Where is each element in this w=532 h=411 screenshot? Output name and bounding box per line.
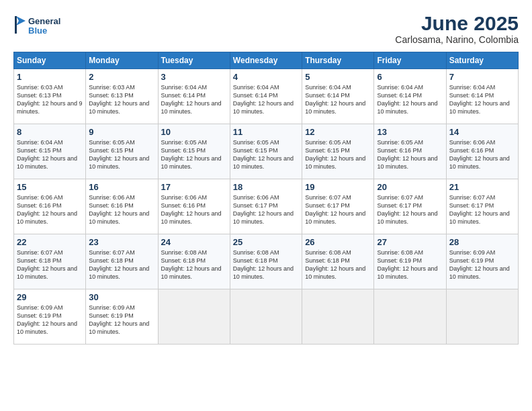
cell-content: Sunrise: 6:05 AMSunset: 6:15 PMDaylight:… xyxy=(89,138,154,171)
day-number: 25 xyxy=(233,237,299,247)
cell-content: Sunrise: 6:04 AMSunset: 6:14 PMDaylight:… xyxy=(449,83,515,116)
day-number: 1 xyxy=(17,72,83,82)
day-18: 18 Sunrise: 6:06 AMSunset: 6:17 PMDaylig… xyxy=(230,179,302,234)
col-monday: Monday xyxy=(86,52,158,69)
cell-content: Sunrise: 6:04 AMSunset: 6:14 PMDaylight:… xyxy=(233,83,299,116)
header: General Blue June 2025 Carlosama, Narino… xyxy=(13,12,519,45)
svg-text:General: General xyxy=(28,16,60,26)
col-wednesday: Wednesday xyxy=(230,52,302,69)
logo: General Blue xyxy=(13,12,74,42)
day-number: 27 xyxy=(377,237,443,247)
day-number: 19 xyxy=(305,182,371,192)
day-number: 3 xyxy=(161,72,227,82)
cell-content: Sunrise: 6:05 AMSunset: 6:16 PMDaylight:… xyxy=(377,138,443,171)
calendar-header-row: Sunday Monday Tuesday Wednesday Thursday… xyxy=(14,52,519,69)
sunset: Sunset: 6:13 PM xyxy=(17,92,62,99)
week-row-5: 29 Sunrise: 6:09 AMSunset: 6:19 PMDaylig… xyxy=(14,289,519,345)
cell-content: Sunrise: 6:07 AMSunset: 6:17 PMDaylight:… xyxy=(305,193,371,226)
day-number: 17 xyxy=(161,182,227,192)
day-13: 13 Sunrise: 6:05 AMSunset: 6:16 PMDaylig… xyxy=(374,124,446,179)
col-friday: Friday xyxy=(374,52,446,69)
empty-cell xyxy=(158,289,230,345)
cell-content: Sunrise: 6:08 AMSunset: 6:19 PMDaylight:… xyxy=(377,248,443,281)
cell-content: Sunrise: 6:07 AMSunset: 6:17 PMDaylight:… xyxy=(377,193,443,226)
cell-content: Sunrise: 6:06 AMSunset: 6:16 PMDaylight:… xyxy=(17,193,83,226)
day-number: 2 xyxy=(89,72,154,82)
day-28: 28 Sunrise: 6:09 AMSunset: 6:19 PMDaylig… xyxy=(446,234,518,289)
cell-content: Sunrise: 6:04 AMSunset: 6:15 PMDaylight:… xyxy=(17,138,83,171)
calendar-body: 1 Sunrise: 6:03 AM Sunset: 6:13 PM Dayli… xyxy=(14,69,519,345)
week-row-3: 15 Sunrise: 6:06 AMSunset: 6:16 PMDaylig… xyxy=(14,179,519,234)
svg-marker-2 xyxy=(16,16,26,26)
day-number: 29 xyxy=(17,292,83,302)
day-16: 16 Sunrise: 6:06 AMSunset: 6:16 PMDaylig… xyxy=(86,179,158,234)
day-number: 23 xyxy=(89,237,154,247)
week-row-4: 22 Sunrise: 6:07 AMSunset: 6:18 PMDaylig… xyxy=(14,234,519,289)
calendar-table: Sunday Monday Tuesday Wednesday Thursday… xyxy=(13,52,519,345)
cell-content: Sunrise: 6:06 AMSunset: 6:16 PMDaylight:… xyxy=(161,193,227,226)
day-1: 1 Sunrise: 6:03 AM Sunset: 6:13 PM Dayli… xyxy=(14,69,86,124)
col-saturday: Saturday xyxy=(446,52,518,69)
day-5: 5 Sunrise: 6:04 AMSunset: 6:14 PMDayligh… xyxy=(302,69,374,124)
day-8: 8 Sunrise: 6:04 AMSunset: 6:15 PMDayligh… xyxy=(14,124,86,179)
day-3: 3 Sunrise: 6:04 AMSunset: 6:14 PMDayligh… xyxy=(158,69,230,124)
cell-content: Sunrise: 6:08 AMSunset: 6:18 PMDaylight:… xyxy=(305,248,371,281)
cell-content: Sunrise: 6:08 AMSunset: 6:18 PMDaylight:… xyxy=(233,248,299,281)
day-number: 15 xyxy=(17,182,83,192)
location: Carlosama, Narino, Colombia xyxy=(395,34,519,45)
cell-content: Sunrise: 6:09 AMSunset: 6:19 PMDaylight:… xyxy=(449,248,515,281)
calendar-page: General Blue June 2025 Carlosama, Narino… xyxy=(0,0,532,411)
week-row-2: 8 Sunrise: 6:04 AMSunset: 6:15 PMDayligh… xyxy=(14,124,519,179)
day-number: 22 xyxy=(17,237,83,247)
day-number: 13 xyxy=(377,127,443,137)
day-number: 20 xyxy=(377,182,443,192)
cell-content: Sunrise: 6:05 AMSunset: 6:15 PMDaylight:… xyxy=(305,138,371,171)
day-29: 29 Sunrise: 6:09 AMSunset: 6:19 PMDaylig… xyxy=(14,289,86,345)
day-number: 30 xyxy=(89,292,154,302)
cell-content: Sunrise: 6:04 AMSunset: 6:14 PMDaylight:… xyxy=(377,83,443,116)
cell-content: Sunrise: 6:09 AMSunset: 6:19 PMDaylight:… xyxy=(89,304,154,336)
day-number: 24 xyxy=(161,237,227,247)
cell-content: Sunrise: 6:04 AMSunset: 6:14 PMDaylight:… xyxy=(305,83,371,116)
day-number: 9 xyxy=(89,127,154,137)
cell-content: Sunrise: 6:06 AMSunset: 6:17 PMDaylight:… xyxy=(233,193,299,226)
sunrise: Sunrise: 6:03 AM xyxy=(17,84,63,91)
day-14: 14 Sunrise: 6:06 AMSunset: 6:16 PMDaylig… xyxy=(446,124,518,179)
week-row-1: 1 Sunrise: 6:03 AM Sunset: 6:13 PM Dayli… xyxy=(14,69,519,124)
empty-cell xyxy=(230,289,302,345)
title-block: June 2025 Carlosama, Narino, Colombia xyxy=(395,12,519,45)
cell-content: Sunrise: 6:05 AMSunset: 6:15 PMDaylight:… xyxy=(161,138,227,171)
day-number: 12 xyxy=(305,127,371,137)
day-2: 2 Sunrise: 6:03 AMSunset: 6:13 PMDayligh… xyxy=(86,69,158,124)
cell-content: Sunrise: 6:07 AMSunset: 6:18 PMDaylight:… xyxy=(89,248,154,281)
day-20: 20 Sunrise: 6:07 AMSunset: 6:17 PMDaylig… xyxy=(374,179,446,234)
logo-svg: General Blue xyxy=(13,12,74,42)
day-number: 11 xyxy=(233,127,299,137)
day-24: 24 Sunrise: 6:08 AMSunset: 6:18 PMDaylig… xyxy=(158,234,230,289)
cell-content: Sunrise: 6:06 AMSunset: 6:16 PMDaylight:… xyxy=(89,193,154,226)
day-22: 22 Sunrise: 6:07 AMSunset: 6:18 PMDaylig… xyxy=(14,234,86,289)
day-number: 28 xyxy=(449,237,515,247)
cell-content: Sunrise: 6:06 AMSunset: 6:16 PMDaylight:… xyxy=(449,138,515,171)
day-6: 6 Sunrise: 6:04 AMSunset: 6:14 PMDayligh… xyxy=(374,69,446,124)
svg-text:Blue: Blue xyxy=(28,26,47,36)
day-number: 7 xyxy=(449,72,515,82)
empty-cell xyxy=(302,289,374,345)
day-number: 5 xyxy=(305,72,371,82)
day-number: 18 xyxy=(233,182,299,192)
cell-content: Sunrise: 6:05 AMSunset: 6:15 PMDaylight:… xyxy=(233,138,299,171)
day-number: 14 xyxy=(449,127,515,137)
col-sunday: Sunday xyxy=(14,52,86,69)
month-year: June 2025 xyxy=(395,12,519,34)
day-number: 8 xyxy=(17,127,83,137)
cell-content: Sunrise: 6:04 AMSunset: 6:14 PMDaylight:… xyxy=(161,83,227,116)
day-17: 17 Sunrise: 6:06 AMSunset: 6:16 PMDaylig… xyxy=(158,179,230,234)
cell-content: Sunrise: 6:07 AMSunset: 6:17 PMDaylight:… xyxy=(449,193,515,226)
col-thursday: Thursday xyxy=(302,52,374,69)
day-number: 16 xyxy=(89,182,154,192)
daylight: Daylight: 12 hours and 9 minutes. xyxy=(17,100,83,115)
day-30: 30 Sunrise: 6:09 AMSunset: 6:19 PMDaylig… xyxy=(86,289,158,345)
day-25: 25 Sunrise: 6:08 AMSunset: 6:18 PMDaylig… xyxy=(230,234,302,289)
empty-cell xyxy=(446,289,518,345)
day-15: 15 Sunrise: 6:06 AMSunset: 6:16 PMDaylig… xyxy=(14,179,86,234)
